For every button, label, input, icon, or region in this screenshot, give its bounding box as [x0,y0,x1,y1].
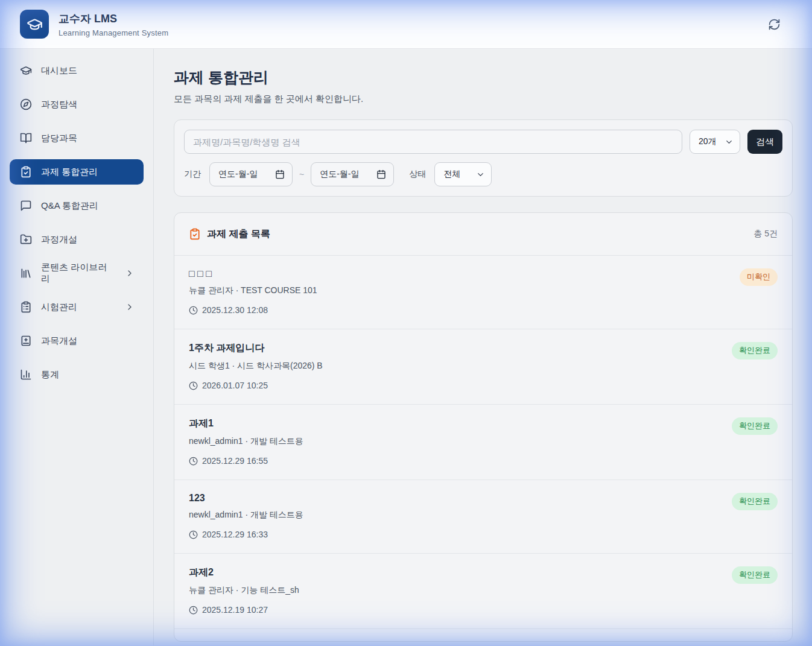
sidebar-item-label: 콘텐츠 라이브러리 [41,262,115,285]
submission-meta: 뉴클 관리자 · TEST COURSE 101 [189,285,778,296]
library-icon [20,267,32,279]
chevron-right-icon [124,302,133,312]
sidebar-item-label: 담당과목 [41,133,77,144]
chevron-down-icon [725,138,734,147]
submission-title: 과제1 [189,417,778,430]
submission-time: 2025.12.30 12:08 [189,305,778,315]
date-to-input[interactable]: 연도-월-일 [311,162,394,186]
submission-title: 123 [189,493,778,504]
sidebar-item-bar-chart[interactable]: 통계 [10,362,144,387]
clipboard-check-icon [189,228,201,240]
search-button[interactable]: 검색 [747,130,782,154]
page-size-select[interactable]: 20개 [690,130,740,154]
submission-time: 2026.01.07 10:25 [189,381,778,390]
refresh-button[interactable] [766,16,782,32]
refresh-icon [768,18,781,31]
sidebar-item-graduation-cap[interactable]: 대시보드 [10,58,144,83]
submission-time-text: 2025.12.29 16:33 [202,530,268,539]
submission-meta: newkl_admin1 · 개발 테스트용 [189,510,778,521]
sidebar-item-label: 과정탐색 [41,99,77,110]
page-subtitle: 모든 과목의 과제 제출을 한 곳에서 확인합니다. [174,93,793,105]
book-plus-icon [20,335,32,347]
clock-icon [189,306,198,315]
submission-row[interactable]: 과제1 newkl_admin1 · 개발 테스트용 2025.12.29 16… [174,405,792,480]
sidebar-item-label: 과정개설 [41,234,77,245]
date-to-value: 연도-월-일 [320,169,359,180]
filter-panel: 20개 검색 기간 연도-월-일 ~ 연도-월-일 상태 전체 [174,119,793,197]
clock-icon [189,381,198,390]
date-from-input[interactable]: 연도-월-일 [209,162,293,186]
search-input[interactable] [184,130,682,154]
bar-chart-icon [20,369,32,381]
sidebar-item-label: 대시보드 [41,65,77,77]
status-select[interactable]: 전체 [434,162,492,186]
chevron-down-icon [476,170,485,179]
sidebar-item-label: 과목개설 [41,335,77,347]
app-subtitle: Learning Management System [59,28,168,37]
submission-time: 2025.12.29 16:33 [189,530,778,539]
submission-list-panel: 과제 제출 목록 총 5건 □ □ □ 뉴클 관리자 · TEST COURSE… [174,212,793,642]
main-content: 과제 통합관리 모든 과목의 과제 제출을 한 곳에서 확인합니다. 20개 검… [154,49,812,645]
sidebar-item-folder-plus[interactable]: 과정개설 [10,227,144,252]
clock-icon [189,606,198,615]
submission-time-text: 2025.12.29 16:55 [202,456,268,466]
submission-time-text: 2025.12.19 10:27 [202,605,268,615]
submission-title: 과제2 [189,566,778,579]
sidebar-item-library[interactable]: 콘텐츠 라이브러리 [10,261,144,286]
sidebar-item-label: Q&A 통합관리 [41,200,98,212]
sidebar-item-clipboard-check[interactable]: 과제 통합관리 [10,159,144,185]
sidebar: 대시보드 과정탐색 담당과목 과제 통합관리 Q&A 통합관리 과정개설 콘텐츠… [0,49,154,645]
calendar-icon[interactable] [275,169,285,179]
submission-row[interactable]: 1주차 과제입니다 시드 학생1 · 시드 학사과목(2026) B 2026.… [174,329,792,405]
folder-plus-icon [20,233,32,245]
submission-time: 2025.12.19 10:27 [189,605,778,615]
compass-icon [20,98,32,110]
sidebar-item-book-plus[interactable]: 과목개설 [10,328,144,353]
status-value: 전체 [443,169,460,180]
sidebar-item-compass[interactable]: 과정탐색 [10,92,144,117]
sidebar-item-clipboard-list[interactable]: 시험관리 [10,294,144,320]
message-square-icon [20,200,32,212]
sidebar-item-label: 과제 통합관리 [41,166,98,178]
submission-time: 2025.12.29 16:55 [189,456,778,466]
status-badge: 확인완료 [732,417,778,435]
submission-title: □ □ □ [189,268,778,279]
clipboard-check-icon [20,166,32,178]
submission-meta: 뉴클 관리자 · 기능 테스트_sh [189,585,778,596]
book-open-icon [20,132,32,144]
submission-meta: 시드 학생1 · 시드 학사과목(2026) B [189,361,778,372]
list-header: 과제 제출 목록 총 5건 [174,213,792,256]
sidebar-item-book-open[interactable]: 담당과목 [10,125,144,151]
date-from-value: 연도-월-일 [218,169,258,180]
app-logo [20,10,49,39]
page-title: 과제 통합관리 [174,68,793,87]
status-badge: 확인완료 [732,342,778,359]
list-total-count: 총 5건 [753,229,778,239]
graduation-cap-icon [20,65,32,77]
status-badge: 확인완료 [732,493,778,510]
sidebar-item-message-square[interactable]: Q&A 통합관리 [10,193,144,218]
clipboard-list-icon [20,301,32,313]
submission-meta: newkl_admin1 · 개발 테스트용 [189,436,778,447]
list-title: 과제 제출 목록 [207,228,270,241]
status-label: 상태 [409,169,426,180]
graduation-cap-icon [27,16,43,33]
submission-time-text: 2025.12.30 12:08 [202,305,268,315]
status-badge: 확인완료 [732,566,778,584]
submission-row[interactable]: □ □ □ 뉴클 관리자 · TEST COURSE 101 2025.12.3… [174,256,792,329]
sidebar-item-label: 통계 [41,369,59,381]
submission-row[interactable]: 과제2 뉴클 관리자 · 기능 테스트_sh 2025.12.19 10:27 … [174,554,792,629]
clock-icon [189,457,198,466]
chevron-right-icon [124,268,133,278]
app-title: 교수자 LMS [59,11,168,26]
range-separator: ~ [299,169,304,179]
period-label: 기간 [184,169,201,180]
page-size-value: 20개 [699,136,717,147]
submission-row[interactable]: 123 newkl_admin1 · 개발 테스트용 2025.12.29 16… [174,480,792,554]
app-header: 교수자 LMS Learning Management System [0,0,812,49]
calendar-icon[interactable] [376,169,386,179]
status-badge: 미확인 [740,268,778,286]
clock-icon [189,530,198,539]
sidebar-item-label: 시험관리 [41,302,77,313]
submission-time-text: 2026.01.07 10:25 [202,381,268,390]
